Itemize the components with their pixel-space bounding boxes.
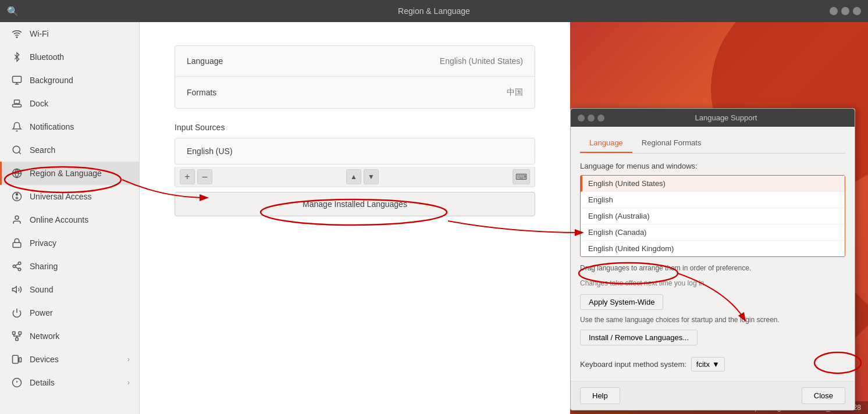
formats-label: Formats bbox=[187, 88, 507, 97]
add-input-source-button[interactable]: + bbox=[180, 169, 195, 184]
sidebar-item-privacy[interactable]: Privacy bbox=[0, 231, 139, 255]
sharing-icon bbox=[11, 260, 23, 272]
lang-section-label: Language for menus and windows: bbox=[580, 162, 845, 170]
lang-item-2[interactable]: English (Australia) bbox=[581, 208, 845, 224]
sidebar-item-details[interactable]: Details › bbox=[0, 371, 139, 394]
dialog-title: Language Support bbox=[604, 113, 848, 122]
dialog-tabs: Language Regional Formats bbox=[580, 134, 845, 154]
keyboard-settings-button[interactable]: ⌨ bbox=[513, 169, 530, 184]
svg-rect-25 bbox=[16, 338, 19, 341]
svg-marker-21 bbox=[13, 287, 17, 293]
dialog-close-action-button[interactable]: Close bbox=[802, 387, 845, 404]
sound-icon bbox=[11, 284, 23, 295]
sidebar-item-devices-label: Devices bbox=[30, 355, 59, 364]
sidebar-item-sharing[interactable]: Sharing bbox=[0, 255, 139, 278]
minimize-button[interactable] bbox=[830, 7, 838, 15]
dialog-close-button[interactable] bbox=[597, 115, 604, 122]
svg-point-16 bbox=[18, 262, 21, 265]
sidebar-item-network[interactable]: Network bbox=[0, 324, 139, 348]
language-row[interactable]: Language English (United States) bbox=[175, 46, 535, 77]
keyboard-dropdown-icon: ▼ bbox=[712, 360, 720, 369]
dialog-footer: Help Close bbox=[571, 381, 855, 410]
sidebar-item-network-label: Network bbox=[30, 331, 59, 341]
drag-hint: Drag languages to arrange them in order … bbox=[580, 264, 845, 272]
svg-rect-5 bbox=[13, 76, 22, 83]
help-button[interactable]: Help bbox=[580, 387, 620, 404]
sidebar-item-online[interactable]: Online Accounts bbox=[0, 208, 139, 231]
language-value: English (United States) bbox=[440, 56, 523, 66]
maximize-button[interactable] bbox=[841, 7, 849, 15]
sidebar-item-notifications[interactable]: Notifications bbox=[0, 115, 139, 138]
sidebar-item-notifications-label: Notifications bbox=[30, 122, 74, 131]
sidebar-item-background-label: Background bbox=[30, 76, 73, 85]
sidebar-item-sound-label: Sound bbox=[30, 285, 53, 294]
svg-point-14 bbox=[15, 216, 19, 219]
sidebar-item-devices[interactable]: Devices › bbox=[0, 348, 139, 371]
dialog-content: Language Regional Formats Language for m… bbox=[571, 127, 855, 381]
title-bar-search-area[interactable]: 🔍 bbox=[7, 6, 19, 17]
universal-icon bbox=[11, 191, 23, 202]
title-bar: 🔍 Region & Language bbox=[0, 0, 868, 22]
sidebar-item-online-label: Online Accounts bbox=[30, 215, 88, 224]
lang-item-4[interactable]: English (United Kingdom) bbox=[581, 241, 845, 256]
online-icon bbox=[11, 214, 23, 226]
lang-item-3[interactable]: English (Canada) bbox=[581, 224, 845, 241]
sidebar-item-universal[interactable]: Universal Access bbox=[0, 185, 139, 208]
input-source-item: English (US) bbox=[175, 138, 535, 165]
move-up-button[interactable]: ▲ bbox=[346, 169, 361, 184]
tab-regional-formats[interactable]: Regional Formats bbox=[632, 134, 711, 153]
svg-point-17 bbox=[13, 265, 16, 268]
region-icon bbox=[11, 167, 23, 179]
close-button[interactable] bbox=[853, 7, 861, 15]
formats-value: 中国 bbox=[507, 87, 523, 98]
search-sidebar-icon bbox=[11, 144, 23, 156]
keyboard-method-value: fcitx bbox=[696, 360, 710, 369]
devices-chevron-icon: › bbox=[127, 355, 130, 363]
manage-installed-languages-button[interactable]: Manage Installed Languages bbox=[175, 192, 535, 216]
dialog-maximize-button[interactable] bbox=[588, 115, 595, 122]
keyboard-method-select[interactable]: fcitx ▼ bbox=[691, 357, 725, 372]
svg-rect-23 bbox=[13, 332, 16, 335]
sidebar-item-universal-label: Universal Access bbox=[30, 192, 92, 201]
sidebar-item-background[interactable]: Background bbox=[0, 69, 139, 92]
same-lang-label: Use the same language choices for startu… bbox=[580, 316, 845, 324]
lang-item-1[interactable]: English bbox=[581, 192, 845, 208]
sidebar-item-region[interactable]: Region & Language bbox=[0, 162, 139, 185]
sidebar-item-wifi[interactable]: Wi-Fi bbox=[0, 22, 139, 45]
svg-line-19 bbox=[15, 267, 18, 269]
sidebar-item-dock[interactable]: Dock bbox=[0, 92, 139, 115]
svg-rect-24 bbox=[19, 332, 22, 335]
dialog-titlebar: Language Support bbox=[571, 109, 855, 127]
svg-rect-26 bbox=[13, 355, 19, 363]
move-down-button[interactable]: ▼ bbox=[364, 169, 379, 184]
install-remove-languages-button[interactable]: Install / Remove Languages... bbox=[580, 330, 698, 345]
formats-row[interactable]: Formats 中国 bbox=[175, 77, 535, 108]
sidebar-item-wifi-label: Wi-Fi bbox=[30, 29, 49, 38]
input-sources-heading: Input Sources bbox=[175, 123, 535, 132]
remove-input-source-button[interactable]: – bbox=[197, 169, 212, 184]
sidebar-item-search-label: Search bbox=[30, 145, 55, 155]
main-area: Wi-Fi Bluetooth Background bbox=[0, 22, 868, 414]
sidebar-item-bluetooth[interactable]: Bluetooth bbox=[0, 45, 139, 69]
svg-rect-15 bbox=[13, 242, 21, 247]
sidebar-item-power[interactable]: Power bbox=[0, 301, 139, 324]
dock-icon bbox=[11, 98, 23, 109]
dialog-minimize-button[interactable] bbox=[578, 115, 585, 122]
privacy-icon bbox=[11, 237, 23, 249]
sidebar: Wi-Fi Bluetooth Background bbox=[0, 22, 140, 414]
svg-point-13 bbox=[16, 194, 18, 195]
sidebar-item-details-label: Details bbox=[30, 378, 55, 387]
drag-hint-sub: Changes take effect next time you log in… bbox=[580, 279, 845, 287]
right-background: Language Support Language Regional Forma… bbox=[570, 22, 868, 414]
lang-item-0[interactable]: English (United States) bbox=[581, 176, 845, 192]
sidebar-item-sound[interactable]: Sound bbox=[0, 278, 139, 301]
background-icon bbox=[11, 74, 23, 86]
language-label: Language bbox=[187, 56, 440, 66]
tab-language[interactable]: Language bbox=[580, 134, 632, 153]
svg-rect-6 bbox=[13, 105, 22, 108]
sidebar-item-search[interactable]: Search bbox=[0, 138, 139, 162]
search-icon: 🔍 bbox=[7, 6, 19, 17]
apply-system-wide-button[interactable]: Apply System-Wide bbox=[580, 294, 663, 310]
sidebar-item-dock-label: Dock bbox=[30, 99, 48, 108]
bluetooth-icon bbox=[11, 51, 23, 63]
